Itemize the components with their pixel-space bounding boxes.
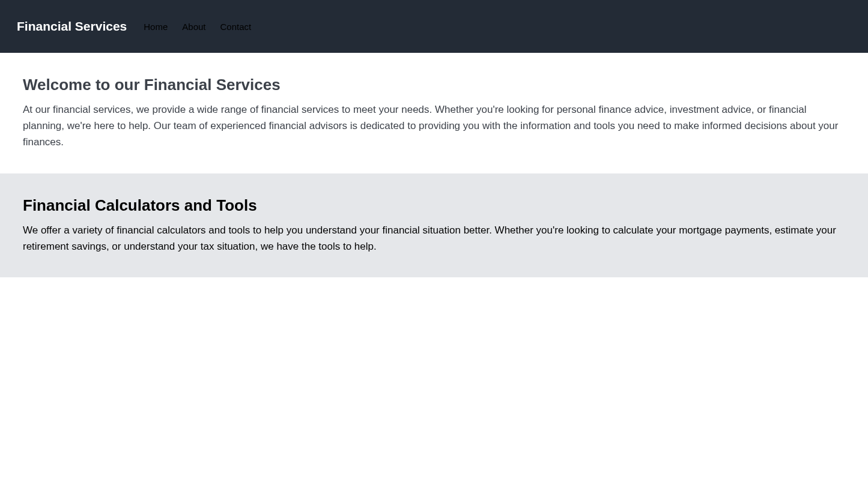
calculators-text: We offer a variety of financial calculat… bbox=[23, 222, 845, 255]
navbar: Financial Services Home About Contact bbox=[0, 0, 868, 53]
calculators-section: Financial Calculators and Tools We offer… bbox=[0, 173, 868, 277]
welcome-section: Welcome to our Financial Services At our… bbox=[0, 53, 868, 173]
nav-link-home[interactable]: Home bbox=[144, 22, 168, 32]
nav-link-contact[interactable]: Contact bbox=[220, 22, 252, 32]
welcome-text: At our financial services, we provide a … bbox=[23, 101, 845, 151]
welcome-title: Welcome to our Financial Services bbox=[23, 76, 845, 94]
nav-link-about[interactable]: About bbox=[182, 22, 205, 32]
navbar-brand: Financial Services bbox=[17, 19, 127, 34]
calculators-title: Financial Calculators and Tools bbox=[23, 196, 845, 215]
navbar-links: Home About Contact bbox=[144, 22, 251, 32]
